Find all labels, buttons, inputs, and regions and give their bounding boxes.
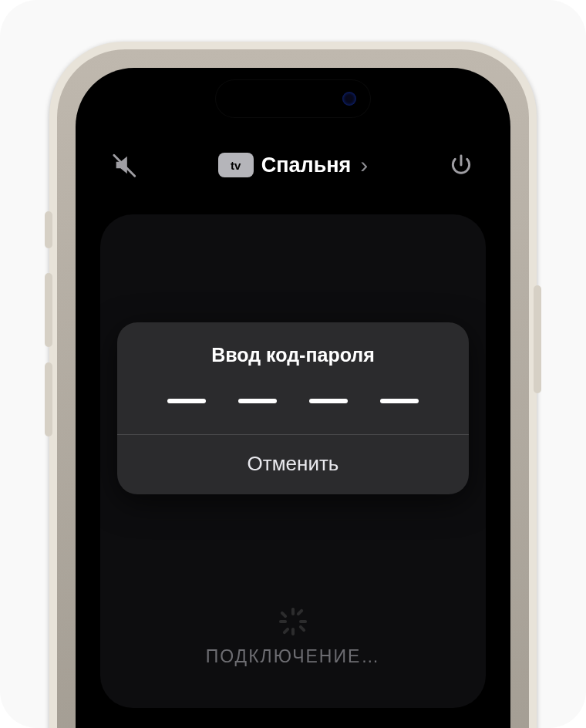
passcode-input[interactable] [117, 382, 469, 434]
badge-text: tv [231, 159, 241, 172]
svg-rect-2 [291, 628, 295, 635]
side-button-volume-down [45, 362, 52, 436]
svg-rect-6 [298, 625, 306, 632]
passcode-digit [238, 399, 277, 403]
dynamic-island [216, 80, 370, 117]
connecting-status: ПОДКЛЮЧЕНИЕ… [100, 646, 486, 667]
remote-top-bar: tv Спальня › [76, 142, 510, 188]
passcode-digit [309, 399, 348, 403]
mute-button[interactable] [108, 148, 142, 182]
power-button[interactable] [444, 148, 478, 182]
side-button-power [534, 285, 541, 393]
apple-tv-badge-icon: tv [218, 153, 254, 177]
cancel-button[interactable]: Отменить [117, 435, 469, 494]
front-camera-icon [342, 92, 356, 106]
chevron-right-icon: › [360, 152, 368, 178]
side-button-volume-up [45, 273, 52, 347]
svg-rect-1 [291, 608, 295, 615]
device-picker[interactable]: tv Спальня › [218, 152, 369, 178]
svg-rect-5 [280, 611, 288, 618]
svg-rect-3 [279, 620, 287, 623]
loading-spinner-icon [278, 606, 308, 637]
svg-rect-8 [282, 627, 290, 635]
power-icon [449, 153, 473, 177]
passcode-dialog: Ввод код-пароля Отменить [117, 322, 469, 494]
speaker-muted-icon [112, 152, 138, 178]
passcode-digit [380, 399, 419, 403]
svg-rect-4 [299, 620, 307, 623]
dialog-title: Ввод код-пароля [117, 322, 469, 382]
passcode-digit [167, 399, 206, 403]
svg-rect-7 [296, 608, 304, 616]
canvas: tv Спальня › [0, 0, 586, 728]
screen: tv Спальня › [76, 68, 510, 728]
phone-bezel: tv Спальня › [57, 49, 529, 728]
device-name: Спальня [261, 153, 352, 177]
side-button-silence [45, 211, 52, 248]
phone-frame: tv Спальня › [49, 42, 537, 728]
